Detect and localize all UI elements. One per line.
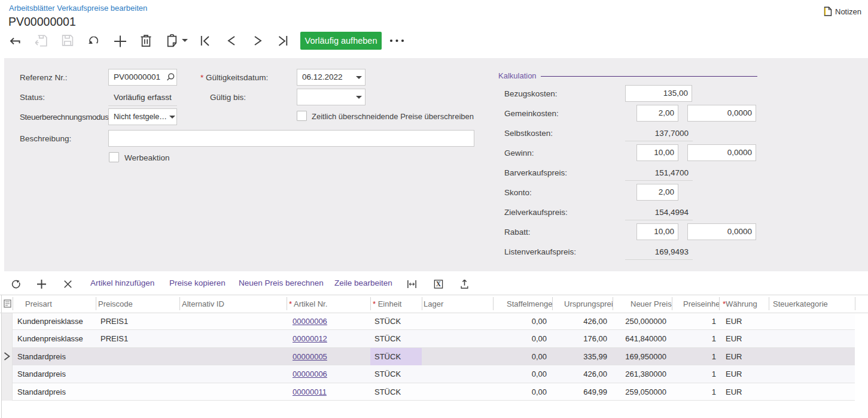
svg-text:X: X bbox=[436, 280, 441, 287]
